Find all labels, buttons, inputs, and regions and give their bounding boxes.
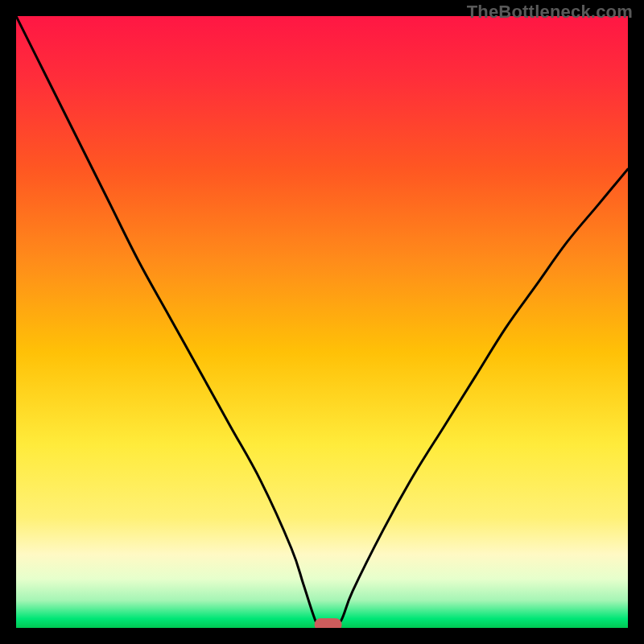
plot-area <box>16 16 628 628</box>
watermark-text: TheBottleneck.com <box>467 2 633 23</box>
bottleneck-chart <box>16 16 628 628</box>
gradient-background <box>16 16 628 628</box>
chart-frame: TheBottleneck.com <box>0 0 644 644</box>
optimum-marker <box>315 618 342 628</box>
